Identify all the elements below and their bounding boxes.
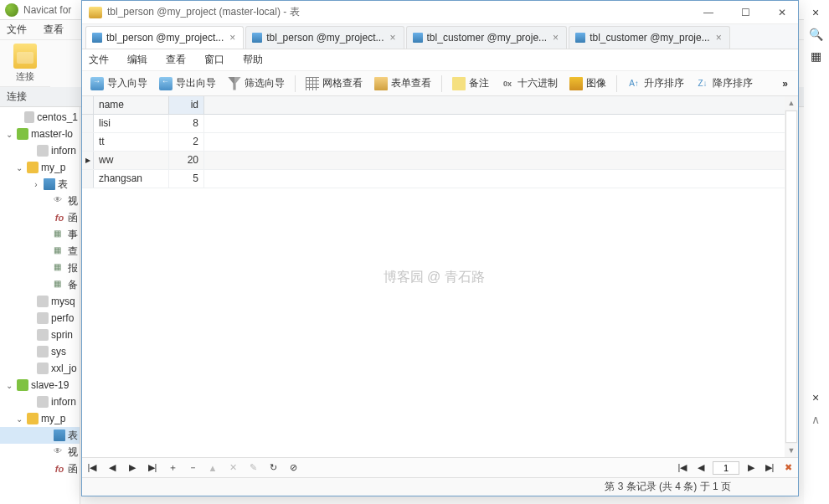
toolbar-button[interactable]: 导入向导 — [85, 74, 152, 93]
tree-item[interactable]: ▦事 — [0, 226, 80, 243]
row-handle[interactable] — [82, 170, 94, 188]
cell[interactable]: ww — [94, 152, 169, 169]
tree-item[interactable]: perfo — [0, 310, 80, 327]
first-record-button[interactable]: |◀ — [85, 461, 99, 475]
toolbar-button[interactable]: Z↓降序排序 — [691, 74, 758, 93]
tab-close-icon[interactable]: × — [714, 32, 723, 44]
tree-item[interactable]: ▦查 — [0, 243, 80, 260]
toolbar-overflow-icon[interactable]: » — [777, 78, 795, 90]
toolbar-button[interactable]: 表单查看 — [369, 74, 436, 93]
tree-item[interactable]: ▦报 — [0, 260, 80, 276]
last-page-button[interactable]: ▶| — [763, 461, 776, 475]
tab-close-icon[interactable]: × — [228, 32, 237, 44]
up-btn[interactable]: ∧ — [806, 409, 826, 429]
toolbar-button[interactable]: 筛选向导 — [223, 74, 290, 93]
tree-item[interactable]: sprin — [0, 327, 80, 343]
next-record-button[interactable]: ▶ — [126, 461, 139, 475]
cell[interactable]: zhangsan — [94, 170, 169, 188]
next-page-button[interactable]: ▶ — [744, 461, 758, 475]
tree-item[interactable]: ⌄slave-19 — [0, 377, 80, 393]
expander-icon[interactable]: ⌄ — [14, 163, 24, 172]
grid-icon[interactable]: ▦ — [806, 46, 826, 66]
row-handle[interactable] — [82, 115, 94, 132]
page-input[interactable] — [713, 461, 739, 475]
tab-close-icon[interactable]: × — [389, 32, 398, 44]
menu-view[interactable]: 查看 — [44, 23, 64, 37]
settings-icon[interactable]: ✖ — [781, 461, 795, 475]
scroll-up-icon[interactable]: ▲ — [785, 96, 798, 110]
tree-item[interactable]: centos_1 — [0, 109, 80, 126]
table-row[interactable]: ww20 — [82, 152, 785, 170]
refresh-button[interactable]: ↻ — [266, 461, 280, 475]
toolbar-button[interactable]: A↑升序排序 — [622, 74, 689, 93]
tab[interactable]: tbl_customer @my_proje...× — [569, 26, 730, 49]
close-button[interactable]: ✕ — [766, 1, 798, 24]
tree-item[interactable]: mysq — [0, 293, 80, 310]
row-handle[interactable] — [82, 152, 94, 169]
toolbar-button[interactable]: 网格查看 — [301, 74, 368, 93]
tree-item[interactable]: 👁视 — [0, 444, 80, 460]
table-row[interactable]: lisi8 — [82, 115, 785, 133]
expander-icon[interactable]: › — [31, 180, 41, 189]
tree-item[interactable]: xxl_jo — [0, 360, 80, 377]
tree[interactable]: centos_1⌄master-loinforn⌄my_p›表👁视fo函▦事▦查… — [0, 107, 80, 479]
cell[interactable]: 2 — [169, 133, 204, 151]
first-page-button[interactable]: |◀ — [676, 461, 689, 475]
column-header[interactable]: id — [169, 96, 204, 114]
tree-item[interactable]: inforn — [0, 393, 80, 410]
win-menu-edit[interactable]: 编辑 — [127, 53, 147, 67]
toolbar-connect[interactable]: 连接 — [0, 40, 50, 87]
tab[interactable]: tbl_customer @my_proje...× — [406, 26, 568, 49]
add-record-button[interactable]: ＋ — [166, 461, 179, 475]
win-menu-window[interactable]: 窗口 — [204, 53, 224, 67]
tab[interactable]: tbl_person @my_project...× — [85, 26, 244, 49]
search-icon[interactable]: 🔍 — [806, 24, 826, 44]
edit-button[interactable]: ✎ — [246, 461, 260, 475]
last-record-button[interactable]: ▶| — [146, 461, 159, 475]
tree-item[interactable]: 👁视 — [0, 193, 80, 209]
prev-page-button[interactable]: ◀ — [694, 461, 708, 475]
cell[interactable]: tt — [94, 133, 169, 151]
delete-record-button[interactable]: － — [186, 461, 199, 475]
cell[interactable]: 5 — [169, 170, 204, 188]
maximize-button[interactable]: ☐ — [729, 1, 761, 24]
tree-item[interactable]: ›表 — [0, 176, 80, 193]
tree-item[interactable]: inforn — [0, 142, 80, 159]
cell[interactable]: 8 — [169, 115, 204, 132]
scroll-thumb[interactable] — [785, 111, 797, 443]
scroll-down-icon[interactable]: ▼ — [785, 444, 798, 457]
tree-item[interactable]: 表 — [0, 427, 80, 444]
tab[interactable]: tbl_person @my_project...× — [245, 26, 404, 49]
tree-item[interactable]: ▦备 — [0, 276, 80, 293]
table-row[interactable]: tt2 — [82, 133, 785, 152]
tree-item[interactable]: ⌄master-lo — [0, 126, 80, 142]
tree-item[interactable]: ⌄my_p — [0, 159, 80, 176]
vertical-scrollbar[interactable]: ▲ ▼ — [785, 96, 798, 457]
tab-close-icon[interactable]: × — [551, 32, 560, 44]
toolbar-button[interactable]: 备注 — [447, 74, 494, 93]
win-menu-file[interactable]: 文件 — [89, 53, 109, 67]
tree-item[interactable]: fo函 — [0, 460, 80, 477]
window-titlebar[interactable]: tbl_person @my_project (master-local) - … — [82, 1, 798, 24]
expander-icon[interactable]: ⌄ — [4, 381, 14, 390]
minimize-button[interactable]: — — [693, 1, 724, 24]
close-x-btn[interactable]: × — [806, 3, 826, 23]
table-row[interactable]: zhangsan5 — [82, 170, 785, 188]
tree-item[interactable]: fo函 — [0, 209, 80, 226]
row-handle[interactable] — [82, 133, 94, 151]
win-menu-help[interactable]: 帮助 — [243, 53, 263, 67]
tree-item[interactable]: sys — [0, 343, 80, 360]
toolbar-button[interactable]: 0x十六进制 — [496, 74, 563, 93]
win-menu-view[interactable]: 查看 — [166, 53, 186, 67]
menu-file[interactable]: 文件 — [7, 23, 27, 37]
data-grid[interactable]: nameid lisi8tt2ww20zhangsan5 博客园 @ 青石路 ↖ — [82, 96, 785, 457]
expander-icon[interactable]: ⌄ — [4, 130, 14, 139]
expander-icon[interactable]: ⌄ — [14, 414, 24, 424]
apply-button[interactable]: ▲ — [206, 461, 219, 475]
tree-item[interactable]: ⌄my_p — [0, 410, 80, 427]
stop-button[interactable]: ⊘ — [286, 461, 300, 475]
toolbar-button[interactable]: 图像 — [564, 74, 611, 93]
cancel-button[interactable]: ✕ — [226, 461, 239, 475]
prev-record-button[interactable]: ◀ — [106, 461, 119, 475]
cell[interactable]: 20 — [169, 152, 204, 169]
